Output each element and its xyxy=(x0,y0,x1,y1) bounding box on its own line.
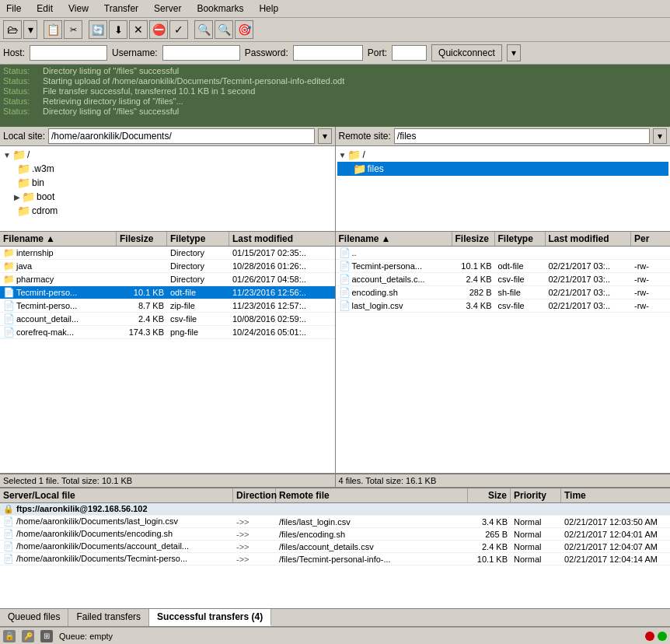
queue-pri-3: Normal xyxy=(511,554,561,565)
toolbar-check-btn[interactable]: ✓ xyxy=(169,20,188,39)
queue-transfer-row-2[interactable]: 📄 /home/aaronkilik/Documents/account_det… xyxy=(0,541,670,553)
local-file-date-1: 10/28/2016 01:26:.. xyxy=(229,261,335,271)
local-file-row-4[interactable]: 📄Tecmint-perso... 8.7 KB zip-file 11/23/… xyxy=(0,299,335,313)
queue-col-local[interactable]: Server/Local file xyxy=(0,488,233,502)
toolbar-search2-btn[interactable]: 🔍 xyxy=(215,20,233,39)
server-icon: 🔒 xyxy=(3,504,14,513)
menu-file[interactable]: File xyxy=(3,2,24,16)
remote-col-header-date[interactable]: Last modified xyxy=(546,232,632,246)
remote-tree-root[interactable]: ▼ 📁 / xyxy=(337,148,669,162)
queue-time-3: 02/21/2017 12:04:14 AM xyxy=(561,554,670,565)
local-file-row-0[interactable]: 📁internship Directory 01/15/2017 02:35:.… xyxy=(0,247,335,260)
tree-label-boot: boot xyxy=(37,191,54,202)
local-site-dropdown[interactable]: ▾ xyxy=(318,128,332,144)
remote-col-header-type[interactable]: Filetype xyxy=(495,232,546,246)
queue-header: Server/Local file Direction Remote file … xyxy=(0,488,670,503)
remote-site-input[interactable] xyxy=(394,128,650,144)
remote-file-row-1[interactable]: 📄account_details.c... 2.4 KB csv-file 02… xyxy=(336,273,671,286)
local-site-label: Local site: xyxy=(3,131,45,142)
tree-item-boot[interactable]: ▶ 📁 boot xyxy=(2,190,333,204)
queue-file-icon-2: 📄 xyxy=(3,541,14,551)
queue-local-2: 📄 /home/aaronkilik/Documents/account_det… xyxy=(0,541,233,552)
remote-site-label: Remote site: xyxy=(339,131,391,142)
toolbar-cut-btn[interactable]: ✂ xyxy=(64,20,82,39)
remote-site-dropdown[interactable]: ▾ xyxy=(653,128,667,144)
toolbar-save-btn[interactable]: ▾ xyxy=(23,20,37,39)
local-col-header-type[interactable]: Filetype xyxy=(167,232,229,246)
queue-transfer-row-0[interactable]: 📄 /home/aaronkilik/Documents/last_login.… xyxy=(0,516,670,528)
remote-file-name-dotdot: 📄.. xyxy=(336,247,452,259)
remote-file-row-dotdot[interactable]: 📄.. xyxy=(336,247,671,260)
queue-col-time[interactable]: Time xyxy=(561,488,670,502)
quickconnect-dropdown[interactable]: ▾ xyxy=(507,44,521,61)
quickconnect-button[interactable]: Quickconnect xyxy=(431,44,502,61)
toolbar-target-btn[interactable]: 🎯 xyxy=(235,20,253,39)
local-site-input[interactable] xyxy=(48,128,314,144)
tab-queued-files[interactable]: Queued files xyxy=(0,609,68,626)
local-file-type-3: odt-file xyxy=(167,287,229,298)
remote-file-type-dotdot xyxy=(495,252,546,254)
host-input[interactable] xyxy=(30,45,107,61)
local-file-row-1[interactable]: 📁java Directory 10/28/2016 01:26:.. xyxy=(0,260,335,273)
local-col-header-name[interactable]: Filename ▲ xyxy=(0,232,117,246)
tree-expand-boot[interactable]: ▶ xyxy=(14,193,20,201)
remote-col-header-size[interactable]: Filesize xyxy=(452,232,495,246)
queue-transfer-row-3[interactable]: 📄 /home/aaronkilik/Documents/Tecmint-per… xyxy=(0,553,670,565)
queue-pri-0: Normal xyxy=(511,516,561,527)
password-input[interactable] xyxy=(293,45,363,61)
remote-file-row-0[interactable]: 📄Tecmint-persona... 10.1 KB odt-file 02/… xyxy=(336,260,671,273)
local-col-header-size[interactable]: Filesize xyxy=(117,232,167,246)
menu-transfer[interactable]: Transfer xyxy=(101,2,141,16)
menu-server[interactable]: Server xyxy=(151,2,184,16)
remote-file-size-dotdot xyxy=(452,252,495,254)
toolbar-search1-btn[interactable]: 🔍 xyxy=(194,20,213,39)
remote-file-size-1: 2.4 KB xyxy=(452,274,495,285)
toolbar-refresh-btn[interactable]: 🔄 xyxy=(89,20,107,39)
queue-col-priority[interactable]: Priority xyxy=(511,488,561,502)
queue-transfer-row-1[interactable]: 📄 /home/aaronkilik/Documents/encoding.sh… xyxy=(0,528,670,541)
toolbar-cancel-btn[interactable]: ✕ xyxy=(129,20,148,39)
tree-item-root[interactable]: ▼ 📁 / xyxy=(2,148,333,162)
tab-failed-transfers[interactable]: Failed transfers xyxy=(68,609,149,626)
remote-col-header-perm[interactable]: Per xyxy=(631,232,670,246)
queue-col-direction[interactable]: Direction xyxy=(233,488,276,502)
menu-view[interactable]: View xyxy=(65,2,92,16)
queue-server-label: ftps://aaronkilik@192.168.56.102 xyxy=(16,504,148,513)
menu-bookmarks[interactable]: Bookmarks xyxy=(194,2,246,16)
local-file-date-4: 11/23/2016 12:57:.. xyxy=(229,300,335,311)
queue-file-icon-0: 📄 xyxy=(3,516,14,526)
local-file-row-6[interactable]: 📄corefreq-mak... 174.3 KB png-file 10/24… xyxy=(0,326,335,339)
queue-col-size[interactable]: Size xyxy=(468,488,511,502)
tree-item-w3m[interactable]: 📁 .w3m xyxy=(2,162,333,176)
port-input[interactable] xyxy=(392,45,427,61)
remote-file-row-2[interactable]: 📄encoding.sh 282 B sh-file 02/21/2017 03… xyxy=(336,286,671,299)
remote-col-header-name[interactable]: Filename ▲ xyxy=(336,232,452,246)
local-file-size-0 xyxy=(117,252,167,254)
tree-item-cdrom[interactable]: 📁 cdrom xyxy=(2,204,333,218)
remote-file-perm-3: -rw- xyxy=(631,300,670,311)
username-input[interactable] xyxy=(162,45,240,61)
queue-col-remote[interactable]: Remote file xyxy=(276,488,468,502)
toolbar-new-btn[interactable]: 🗁 xyxy=(3,20,22,39)
local-col-header-date[interactable]: Last modified xyxy=(229,232,335,246)
tree-item-bin[interactable]: 📁 bin xyxy=(2,176,333,190)
tab-successful-transfers[interactable]: Successful transfers (4) xyxy=(149,609,271,626)
local-file-row-3[interactable]: 📄Tecmint-perso... 10.1 KB odt-file 11/23… xyxy=(0,286,335,299)
remote-tree-expand-root[interactable]: ▼ xyxy=(339,151,347,159)
remote-tree-files[interactable]: 📁 files xyxy=(337,162,669,176)
local-file-row-5[interactable]: 📄account_detail... 2.4 KB csv-file 10/08… xyxy=(0,313,335,326)
toolbar-download-btn[interactable]: ⬇ xyxy=(109,20,127,39)
tree-label-cdrom: cdrom xyxy=(32,205,58,216)
queue-dir-2: ->> xyxy=(233,541,276,552)
toolbar-stop-btn[interactable]: ⛔ xyxy=(149,20,168,39)
tree-expand-root[interactable]: ▼ xyxy=(3,151,11,159)
toolbar-copy-btn[interactable]: 📋 xyxy=(44,20,62,39)
remote-file-date-1: 02/21/2017 03:.. xyxy=(546,274,632,285)
remote-file-date-0: 02/21/2017 03:.. xyxy=(546,261,632,271)
local-file-row-2[interactable]: 📁pharmacy Directory 01/26/2017 04:58:.. xyxy=(0,273,335,286)
remote-file-row-3[interactable]: 📄last_login.csv 3.4 KB csv-file 02/21/20… xyxy=(336,299,671,313)
menu-edit[interactable]: Edit xyxy=(33,2,56,16)
menu-help[interactable]: Help xyxy=(256,2,281,16)
port-label: Port: xyxy=(368,47,387,58)
local-file-name-6: 📄corefreq-mak... xyxy=(0,326,117,338)
